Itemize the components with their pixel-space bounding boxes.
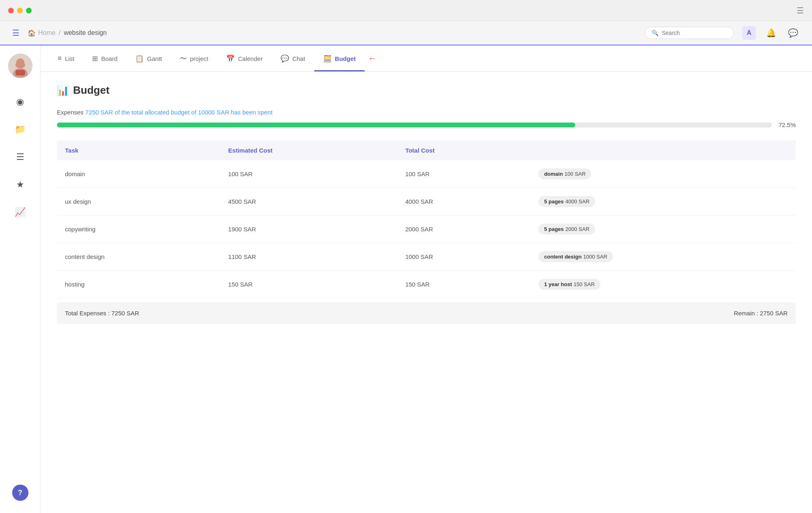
tag-value: 1000 SAR	[583, 254, 607, 260]
sidebar-item-folder[interactable]: 📁	[8, 119, 32, 140]
chart-icon: 📈	[15, 207, 26, 218]
cell-total: 2000 SAR	[397, 216, 530, 243]
progress-container: 72.5%	[57, 121, 796, 128]
home-icon: 🏠	[28, 29, 36, 37]
hamburger-icon[interactable]: ☰	[12, 28, 19, 38]
cell-task: hosting	[57, 271, 220, 298]
tag-label: 1 year host	[544, 281, 572, 287]
breadcrumb-current: website design	[64, 29, 107, 37]
board-tab-icon: ⊞	[92, 54, 98, 63]
cell-total: 1000 SAR	[397, 243, 530, 271]
tab-calender[interactable]: 📅 Calender	[217, 45, 272, 71]
cell-task: ux design	[57, 188, 220, 216]
dashboard-icon: ◉	[16, 97, 24, 107]
sidebar-item-star[interactable]: ★	[8, 175, 32, 195]
translate-icon[interactable]: A	[742, 26, 756, 40]
search-bar: 🔍	[645, 27, 734, 39]
col-header-task: Task	[57, 140, 220, 160]
tag-value: 4000 SAR	[566, 198, 590, 205]
header-icons: A 🔔 💬	[742, 26, 800, 40]
breadcrumb-home-label: Home	[38, 29, 56, 37]
list-tab-icon: ≡	[58, 54, 62, 63]
close-button[interactable]	[8, 8, 14, 13]
budget-summary: Expenses 7250 SAR of the total allocated…	[57, 109, 796, 116]
tag-value: 100 SAR	[564, 171, 585, 177]
tab-gantt-label: Gantt	[147, 55, 162, 62]
search-input[interactable]	[662, 30, 719, 36]
table-row: domain 100 SAR 100 SAR domain 100 SAR	[57, 160, 796, 188]
list-icon: ☰	[16, 152, 24, 162]
help-button[interactable]: ?	[12, 485, 28, 501]
cell-estimated: 4500 SAR	[220, 188, 397, 216]
chat-icon[interactable]: 💬	[786, 26, 800, 40]
tab-gantt[interactable]: 📋 Gantt	[126, 45, 171, 71]
tag-label: domain	[544, 171, 563, 177]
footer-remain-label: Remain :	[734, 310, 758, 317]
tag-label: 5 pages	[544, 198, 564, 205]
avatar[interactable]	[8, 54, 32, 78]
table-footer: Total Expenses : 7250 SAR Remain : 2750 …	[57, 302, 796, 324]
footer-remain-value: 2750 SAR	[760, 310, 788, 317]
browser-chrome: ☰ 🏠 Home / website design 🔍 A 🔔 💬	[0, 21, 812, 45]
cell-estimated: 150 SAR	[220, 271, 397, 298]
cell-total: 150 SAR	[397, 271, 530, 298]
cell-total: 4000 SAR	[397, 188, 530, 216]
tab-list[interactable]: ≡ List	[49, 45, 83, 71]
tag-pill: domain 100 SAR	[538, 168, 591, 179]
cell-tag: 1 year host 150 SAR	[530, 271, 796, 298]
table-row: hosting 150 SAR 150 SAR 1 year host 150 …	[57, 271, 796, 298]
cell-task: copywriting	[57, 216, 220, 243]
sidebar: ◉ 📁 ☰ ★ 📈 ?	[0, 45, 41, 513]
tag-value: 150 SAR	[574, 281, 595, 287]
tag-pill: 1 year host 150 SAR	[538, 279, 600, 290]
sidebar-item-chart[interactable]: 📈	[8, 202, 32, 222]
table-row: content design 1100 SAR 1000 SAR content…	[57, 243, 796, 271]
summary-prefix: Expenses	[57, 109, 85, 116]
page-title: 📊 Budget	[57, 84, 796, 97]
sidebar-item-dashboard[interactable]: ◉	[8, 92, 32, 112]
minimize-button[interactable]	[17, 8, 23, 13]
tab-calender-label: Calender	[238, 55, 263, 62]
gantt-tab-icon: 📋	[135, 54, 144, 63]
cell-task: content design	[57, 243, 220, 271]
progress-percent: 72.5%	[778, 121, 796, 128]
page-title-text: Budget	[73, 84, 110, 97]
sidebar-item-list[interactable]: ☰	[8, 147, 32, 167]
progress-bar	[57, 123, 772, 127]
summary-highlight: 7250 SAR of the total allocated budget o…	[85, 109, 272, 116]
col-header-tag	[530, 140, 796, 160]
main-layout: ◉ 📁 ☰ ★ 📈 ? ≡ List ⊞ Board	[0, 45, 812, 513]
svg-point-4	[15, 62, 25, 68]
cell-tag: content design 1000 SAR	[530, 243, 796, 271]
tab-project-label: project	[190, 55, 208, 62]
page-content: 📊 Budget Expenses 7250 SAR of the total …	[41, 72, 812, 513]
folder-icon: 📁	[15, 124, 26, 135]
cell-estimated: 1900 SAR	[220, 216, 397, 243]
tab-arrow-icon: ←	[368, 53, 377, 64]
svg-rect-5	[15, 70, 25, 75]
maximize-button[interactable]	[26, 8, 32, 13]
tab-chat-label: Chat	[292, 55, 305, 62]
cell-tag: 5 pages 2000 SAR	[530, 216, 796, 243]
tab-board[interactable]: ⊞ Board	[83, 45, 126, 71]
calender-tab-icon: 📅	[226, 54, 235, 63]
project-tab-icon: 〜	[180, 54, 187, 63]
traffic-lights	[8, 8, 32, 13]
cell-task: domain	[57, 160, 220, 188]
titlebar: ☰	[0, 0, 812, 21]
footer-total-label: Total Expenses :	[65, 310, 110, 317]
tab-budget[interactable]: 🧮 Budget	[314, 45, 365, 71]
tab-chat[interactable]: 💬 Chat	[272, 45, 314, 71]
budget-table: Task Estimated Cost Total Cost domain 10…	[57, 140, 796, 298]
breadcrumb-home[interactable]: 🏠 Home	[28, 29, 56, 37]
cell-tag: 5 pages 4000 SAR	[530, 188, 796, 216]
budget-page-icon: 📊	[57, 85, 69, 96]
tab-project[interactable]: 〜 project	[171, 45, 217, 71]
search-icon: 🔍	[652, 30, 659, 36]
tabs: ≡ List ⊞ Board 📋 Gantt 〜 project 📅 Calen…	[41, 45, 812, 72]
breadcrumb: 🏠 Home / website design	[28, 29, 637, 37]
budget-tab-icon: 🧮	[323, 54, 332, 63]
tag-pill: 5 pages 4000 SAR	[538, 196, 595, 207]
bell-icon[interactable]: 🔔	[764, 26, 778, 40]
titlebar-menu-icon[interactable]: ☰	[797, 6, 804, 15]
